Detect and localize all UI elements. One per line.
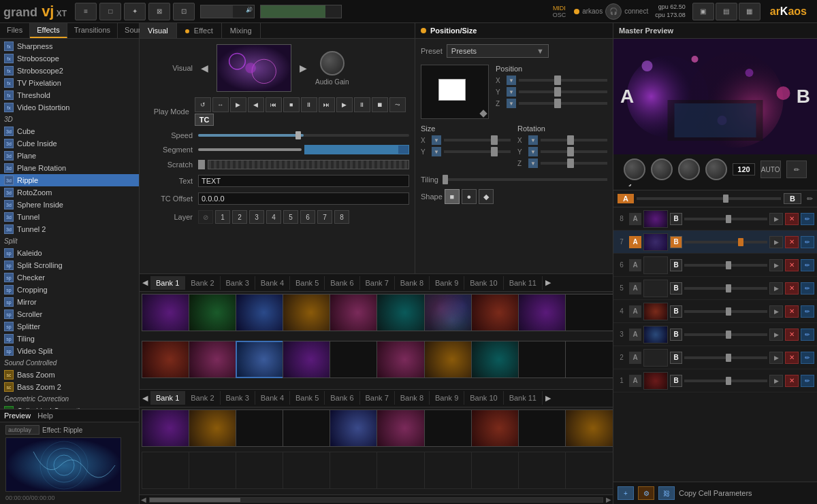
view-btn-2[interactable]: ▤ xyxy=(716,3,737,20)
bank-tab-9[interactable]: Bank 9 xyxy=(430,276,464,290)
layer-x-8[interactable]: ✕ xyxy=(785,213,799,225)
layer-link-icon[interactable]: ⛓ xyxy=(658,486,675,500)
layer-b-btn-1[interactable]: B xyxy=(670,375,682,387)
layer-settings-icon[interactable]: ⚙ xyxy=(638,486,654,500)
size-x-btn[interactable]: ▼ xyxy=(432,135,441,145)
layer-a-btn-6[interactable]: A xyxy=(629,259,641,271)
pos-z-track[interactable] xyxy=(519,102,607,105)
layer-x-5[interactable]: ✕ xyxy=(785,282,799,295)
copy-params-btn[interactable]: Copy Cell Parameters xyxy=(679,489,752,497)
layer-slider-7[interactable] xyxy=(684,241,767,243)
effect-bass-zoom[interactable]: sc Bass Zoom xyxy=(0,369,139,381)
effect-cube-inside[interactable]: 3d Cube Inside xyxy=(0,137,139,150)
tc-btn[interactable]: TC xyxy=(195,114,214,126)
layer-slider-handle-2[interactable] xyxy=(726,354,731,362)
scratch-bar[interactable] xyxy=(208,160,409,169)
tab-visual[interactable]: Visual xyxy=(140,23,177,38)
effect-plane-rotation[interactable]: 3d Plane Rotation xyxy=(0,162,139,174)
segment-bar[interactable] xyxy=(304,145,409,154)
bottom-bank-tab-4[interactable]: Bank 4 xyxy=(255,391,290,405)
layer-slider-handle-7[interactable] xyxy=(738,238,743,246)
layer-slider-1[interactable] xyxy=(684,380,767,382)
effect-video-distortion[interactable]: fx Video Distortion xyxy=(0,101,139,114)
bank-tab-1[interactable]: Bank 1 xyxy=(150,276,185,290)
screen-btn[interactable]: ✦ xyxy=(124,3,146,20)
layer-slider-5[interactable] xyxy=(684,287,767,290)
rot-y-btn[interactable]: ▼ xyxy=(528,147,538,156)
next-btn[interactable]: ⏭ xyxy=(319,97,335,112)
pos-y-left[interactable]: ▼ xyxy=(507,87,516,97)
layer-edit-2[interactable]: ✏ xyxy=(801,352,814,364)
layer-btn-3[interactable]: 3 xyxy=(249,210,264,224)
effect-scroller[interactable]: sp Scroller xyxy=(0,308,139,320)
layer-play-6[interactable]: ▶ xyxy=(769,259,783,271)
layer-a-btn-5[interactable]: A xyxy=(629,282,641,295)
effect-splitter[interactable]: sp Splitter xyxy=(0,320,139,333)
layer-slider-6[interactable] xyxy=(684,264,767,267)
effect-stroboscope2[interactable]: fx Stroboscope2 xyxy=(0,65,139,77)
clip-20[interactable] xyxy=(565,341,613,378)
bank-tab-10[interactable]: Bank 10 xyxy=(464,276,503,290)
bank-tab-8[interactable]: Bank 8 xyxy=(395,276,430,290)
help-tab[interactable]: Help xyxy=(37,411,53,420)
layer-edit-6[interactable]: ✏ xyxy=(801,259,814,271)
effect-checker[interactable]: sp Checker xyxy=(0,271,139,284)
scratch-handle[interactable] xyxy=(198,160,205,169)
layer-b-btn-6[interactable]: B xyxy=(670,259,682,271)
tc-offset-input[interactable] xyxy=(198,192,409,205)
bottom-bank-tab-1[interactable]: Bank 1 xyxy=(150,391,185,405)
pos-x-left[interactable]: ▼ xyxy=(507,75,516,85)
layer-btn-1[interactable]: 1 xyxy=(215,210,230,224)
layer-play-3[interactable]: ▶ xyxy=(769,329,783,341)
rot-y-handle[interactable] xyxy=(567,147,574,156)
effect-mirror[interactable]: sp Mirror xyxy=(0,296,139,308)
master-knob-3[interactable] xyxy=(678,158,700,180)
effect-stroboscope[interactable]: fx Stroboscope xyxy=(0,52,139,65)
bottom-bank-tab-8[interactable]: Bank 8 xyxy=(395,391,430,405)
effect-sphere-inside[interactable]: 3d Sphere Inside xyxy=(0,199,139,211)
bank-arrow-left[interactable]: ◀ xyxy=(140,278,150,287)
layer-slider-handle-5[interactable] xyxy=(726,284,731,292)
layer-x-2[interactable]: ✕ xyxy=(785,352,799,364)
layer-edit-1[interactable]: ✏ xyxy=(801,375,814,387)
shape-round-btn[interactable]: ● xyxy=(462,189,477,204)
pos-y-track[interactable] xyxy=(519,90,607,93)
bank-tab-6[interactable]: Bank 6 xyxy=(325,276,359,290)
rot-z-handle[interactable] xyxy=(567,158,574,168)
view-btn-3[interactable]: ▦ xyxy=(739,3,760,20)
preview-tab[interactable]: Preview xyxy=(4,411,31,420)
tab-mixing[interactable]: Mixing xyxy=(222,23,261,38)
layer-a-btn-1[interactable]: A xyxy=(629,375,641,387)
play-once-btn[interactable]: ▶ xyxy=(230,97,246,112)
pause-btn[interactable]: ⏸ xyxy=(301,97,317,112)
effect-tunnel2[interactable]: 3d Tunnel 2 xyxy=(0,223,139,235)
layer-b-btn-4[interactable]: B xyxy=(670,305,682,318)
layer-b-btn-3[interactable]: B xyxy=(670,329,682,341)
layer-btn-6[interactable]: 6 xyxy=(300,210,315,224)
layer-a-btn-8[interactable]: A xyxy=(629,213,641,225)
layer-edit-7[interactable]: ✏ xyxy=(801,236,814,248)
pos-x-handle[interactable] xyxy=(554,75,561,85)
scroll-left[interactable]: ◀ xyxy=(141,496,146,503)
next-frame-btn[interactable]: ▶ xyxy=(336,97,353,112)
layer-play-8[interactable]: ▶ xyxy=(769,213,783,225)
effect-tunnel[interactable]: 3d Tunnel xyxy=(0,211,139,223)
effect-tiling[interactable]: sp Tiling xyxy=(0,333,139,345)
size-y-track[interactable] xyxy=(444,150,511,153)
audio-slider[interactable]: 🔊 xyxy=(200,5,255,18)
layer-edit-4[interactable]: ✏ xyxy=(801,305,814,318)
effect-ripple[interactable]: 3d Ripple xyxy=(0,174,139,186)
layer-btn-2[interactable]: 2 xyxy=(232,210,247,224)
bottom-bank-tab-5[interactable]: Bank 5 xyxy=(290,391,325,405)
audio-gain-knob[interactable] xyxy=(320,51,345,75)
tab-effects[interactable]: Effects xyxy=(30,23,67,38)
layer-edit-5[interactable]: ✏ xyxy=(801,282,814,295)
layer-b-btn-8[interactable]: B xyxy=(670,213,682,225)
layer-play-1[interactable]: ▶ xyxy=(769,375,783,387)
layer-slider-2[interactable] xyxy=(684,356,767,359)
headphones-icon[interactable]: 🎧 xyxy=(605,3,622,20)
layer-play-5[interactable]: ▶ xyxy=(769,282,783,295)
master-knob-4[interactable] xyxy=(705,158,727,180)
effect-plane[interactable]: 3d Plane xyxy=(0,150,139,162)
edit-btn-master[interactable]: ✏ xyxy=(786,161,807,178)
